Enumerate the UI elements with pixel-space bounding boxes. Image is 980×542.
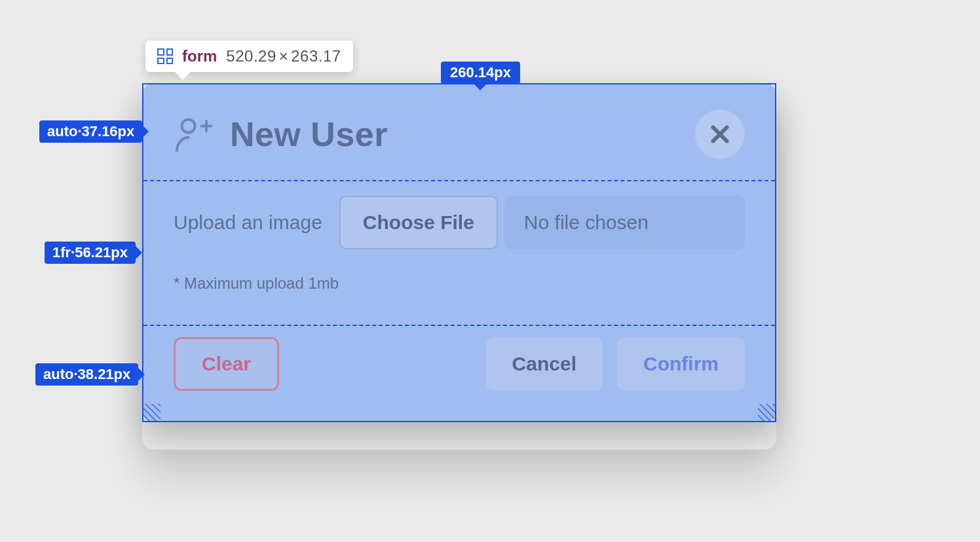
user-plus-icon <box>174 115 213 154</box>
tooltip-dimensions: 520.29×263.17 <box>226 47 341 65</box>
tooltip-width: 520.29 <box>226 47 276 65</box>
tooltip-height: 263.17 <box>291 47 341 65</box>
upload-label: Upload an image <box>174 211 322 234</box>
grid-icon <box>157 48 173 64</box>
file-status-text: No file chosen <box>504 196 745 249</box>
cancel-button[interactable]: Cancel <box>486 337 603 391</box>
modal-body: Upload an image Choose File No file chos… <box>174 179 745 317</box>
close-button[interactable] <box>695 109 745 159</box>
upload-row: Upload an image Choose File No file chos… <box>174 196 745 249</box>
grid-row-ruler-3: auto·38.21px <box>35 363 138 386</box>
grid-row-ruler-1: auto·37.16px <box>39 120 142 143</box>
upload-hint: * Maximum upload 1mb <box>174 274 745 293</box>
grid-row-ruler-2: 1fr·56.21px <box>45 242 136 264</box>
file-input: Choose File No file chosen <box>339 196 745 249</box>
modal-title: New User <box>230 115 678 154</box>
modal-header: New User <box>174 109 745 179</box>
devtools-element-tooltip: form 520.29×263.17 <box>145 41 353 72</box>
modal-footer: Clear Cancel Confirm <box>174 317 745 391</box>
svg-point-0 <box>182 120 195 133</box>
grid-column-ruler: 260.14px <box>441 62 520 84</box>
choose-file-button[interactable]: Choose File <box>339 196 498 249</box>
new-user-modal: New User Upload an image Choose File No … <box>142 83 776 422</box>
clear-button[interactable]: Clear <box>174 337 279 391</box>
confirm-button[interactable]: Confirm <box>617 337 745 391</box>
tooltip-element-tag: form <box>182 47 217 65</box>
close-icon <box>708 122 732 146</box>
